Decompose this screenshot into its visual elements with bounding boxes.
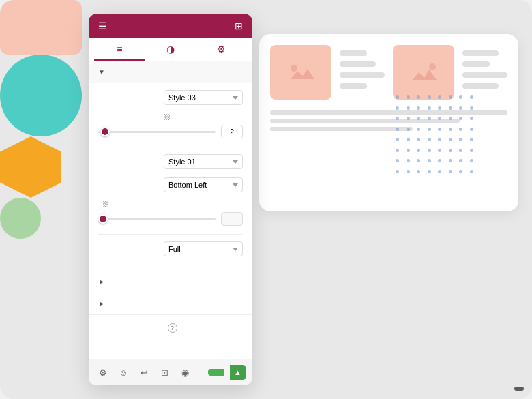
svg-rect-0 bbox=[284, 59, 318, 86]
edit-panel: ☰ ⊞ ≡ ◑ ⚙ ▼ bbox=[89, 14, 252, 385]
preview-card bbox=[259, 34, 518, 211]
secondary-label-row: ⛓ bbox=[98, 201, 243, 208]
panel-header: ☰ ⊞ bbox=[89, 14, 252, 38]
column-gap-value[interactable] bbox=[221, 125, 243, 138]
scene: const dotsContainer = document.querySele… bbox=[0, 0, 532, 399]
divider-2 bbox=[98, 234, 243, 235]
menu-icon[interactable]: ☰ bbox=[98, 20, 107, 31]
help-icon: ? bbox=[168, 323, 177, 333]
panel-body: ▼ Style 03 Style 01 Style 02 Style 04 bbox=[89, 61, 252, 359]
decorative-shape-teal bbox=[0, 55, 82, 136]
svg-point-3 bbox=[429, 63, 436, 70]
watermark bbox=[514, 387, 524, 391]
need-help-row[interactable]: ? bbox=[89, 315, 252, 341]
tab-advanced[interactable]: ⚙ bbox=[196, 38, 247, 61]
grid-icon[interactable]: ⊞ bbox=[235, 20, 243, 31]
content-style-select[interactable]: Style 01 Style 02 Style 03 bbox=[164, 154, 243, 169]
column-gap-slider-row bbox=[98, 125, 243, 138]
tab-content[interactable]: ≡ bbox=[94, 38, 145, 61]
svg-rect-2 bbox=[407, 59, 441, 86]
secondary-slider-row bbox=[98, 212, 243, 226]
svg-point-1 bbox=[291, 65, 297, 72]
undo-toolbar-icon[interactable]: ↩ bbox=[136, 365, 151, 380]
layout-section-content: Style 03 Style 01 Style 02 Style 04 ⛓ bbox=[89, 83, 252, 271]
content-style-row: Style 01 Style 02 Style 03 bbox=[98, 154, 243, 169]
layout-style-select[interactable]: Style 03 Style 01 Style 02 Style 04 bbox=[164, 90, 243, 105]
bottom-toolbar: ⚙ ☺ ↩ ⊡ ◉ ▲ bbox=[89, 359, 252, 385]
tab-style[interactable]: ◑ bbox=[145, 38, 196, 61]
settings-toolbar-icon[interactable]: ⚙ bbox=[95, 365, 110, 380]
duplicate-toolbar-icon[interactable]: ⊡ bbox=[157, 365, 172, 380]
secondary-height-slider[interactable] bbox=[98, 218, 216, 220]
layout-style-row: Style 03 Style 01 Style 02 Style 04 bbox=[98, 90, 243, 105]
secondary-height-value[interactable] bbox=[221, 212, 243, 226]
query-section-header[interactable]: ▼ bbox=[89, 271, 252, 293]
content-position-select[interactable]: Bottom Left Bottom Right Top Left Top Ri… bbox=[164, 177, 243, 192]
divider-1 bbox=[98, 147, 243, 147]
secondary-link-icon: ⛓ bbox=[102, 201, 109, 208]
decorative-shape-orange bbox=[0, 0, 82, 55]
decorative-shape-green bbox=[0, 198, 41, 239]
additional-arrow-icon: ▼ bbox=[98, 301, 105, 308]
column-gap-slider[interactable] bbox=[98, 131, 216, 133]
column-gap-label-row: ⛓ bbox=[98, 113, 243, 121]
dots-decoration: const dotsContainer = document.querySele… bbox=[396, 95, 477, 177]
link-icon: ⛓ bbox=[164, 113, 171, 121]
layout-section-header[interactable]: ▼ bbox=[89, 61, 252, 83]
image-size-select[interactable]: Full Large Medium Thumbnail bbox=[164, 241, 243, 256]
preview-lines-2 bbox=[462, 45, 507, 100]
additional-section-header[interactable]: ▼ bbox=[89, 293, 252, 315]
preview-image-1 bbox=[270, 45, 331, 100]
image-size-row: Full Large Medium Thumbnail bbox=[98, 241, 243, 256]
content-position-row: Bottom Left Bottom Right Top Left Top Ri… bbox=[98, 177, 243, 192]
face-toolbar-icon[interactable]: ☺ bbox=[116, 365, 131, 380]
decorative-shape-yellow bbox=[0, 136, 61, 198]
column-gap-row: ⛓ bbox=[98, 113, 243, 138]
preview-toolbar-icon[interactable]: ◉ bbox=[177, 365, 192, 380]
preview-image-2 bbox=[393, 45, 454, 100]
preview-lines-1 bbox=[340, 45, 385, 100]
query-arrow-icon: ▼ bbox=[98, 279, 105, 286]
update-arrow-button[interactable]: ▲ bbox=[230, 365, 246, 380]
update-button[interactable] bbox=[208, 369, 224, 376]
style-tab-icon: ◑ bbox=[166, 44, 175, 55]
secondary-item-height-row: ⛓ bbox=[98, 201, 243, 226]
advanced-tab-icon: ⚙ bbox=[217, 44, 226, 55]
layout-arrow-icon: ▼ bbox=[98, 68, 105, 76]
content-tab-icon: ≡ bbox=[117, 44, 122, 55]
panel-tabs: ≡ ◑ ⚙ bbox=[89, 38, 252, 61]
